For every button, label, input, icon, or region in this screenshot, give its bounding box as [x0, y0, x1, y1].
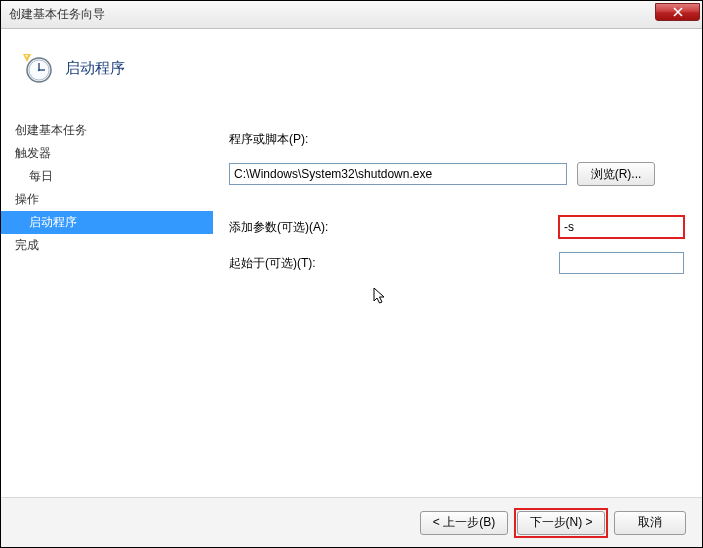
svg-point-6 [38, 69, 40, 71]
wizard-body: 创建基本任务 触发器 每日 操作 启动程序 完成 程序或脚本(P): 浏览(R)… [1, 107, 702, 497]
args-label: 添加参数(可选)(A): [229, 219, 429, 236]
args-row: 添加参数(可选)(A): [229, 194, 684, 238]
startin-label: 起始于(可选)(T): [229, 255, 429, 272]
sidebar-item-create-task[interactable]: 创建基本任务 [1, 119, 213, 142]
titlebar: 创建基本任务向导 [1, 1, 702, 29]
program-label: 程序或脚本(P): [229, 131, 429, 148]
cancel-button[interactable]: 取消 [614, 511, 686, 535]
program-label-row: 程序或脚本(P): [229, 131, 684, 148]
clock-icon [21, 52, 53, 84]
sidebar-item-action[interactable]: 操作 [1, 188, 213, 211]
close-icon [673, 7, 683, 17]
args-input[interactable] [559, 216, 684, 238]
wizard-header: 启动程序 [1, 29, 702, 107]
page-title: 启动程序 [65, 59, 125, 78]
program-input[interactable] [229, 163, 567, 185]
args-input-wrap [429, 216, 684, 238]
wizard-main: 程序或脚本(P): 浏览(R)... 添加参数(可选)(A): 起始于(可选)(… [213, 107, 702, 497]
startin-row: 起始于(可选)(T): [229, 246, 684, 274]
startin-input-wrap [429, 252, 684, 274]
wizard-footer: < 上一步(B) 下一步(N) > 取消 [1, 497, 702, 547]
back-button[interactable]: < 上一步(B) [420, 511, 508, 535]
program-input-row: 浏览(R)... [229, 156, 684, 186]
sidebar-item-daily[interactable]: 每日 [1, 165, 213, 188]
window-title: 创建基本任务向导 [9, 6, 105, 23]
cursor-icon [373, 287, 389, 307]
close-button[interactable] [655, 3, 700, 21]
startin-input[interactable] [559, 252, 684, 274]
sidebar-item-trigger[interactable]: 触发器 [1, 142, 213, 165]
sidebar-item-start-program[interactable]: 启动程序 [1, 211, 213, 234]
browse-button[interactable]: 浏览(R)... [577, 162, 655, 186]
wizard-content: 启动程序 创建基本任务 触发器 每日 操作 启动程序 完成 程序或脚本(P): … [1, 29, 702, 547]
next-highlight: 下一步(N) > [514, 508, 608, 538]
wizard-sidebar: 创建基本任务 触发器 每日 操作 启动程序 完成 [1, 107, 213, 497]
sidebar-item-finish[interactable]: 完成 [1, 234, 213, 257]
next-button[interactable]: 下一步(N) > [517, 511, 605, 535]
